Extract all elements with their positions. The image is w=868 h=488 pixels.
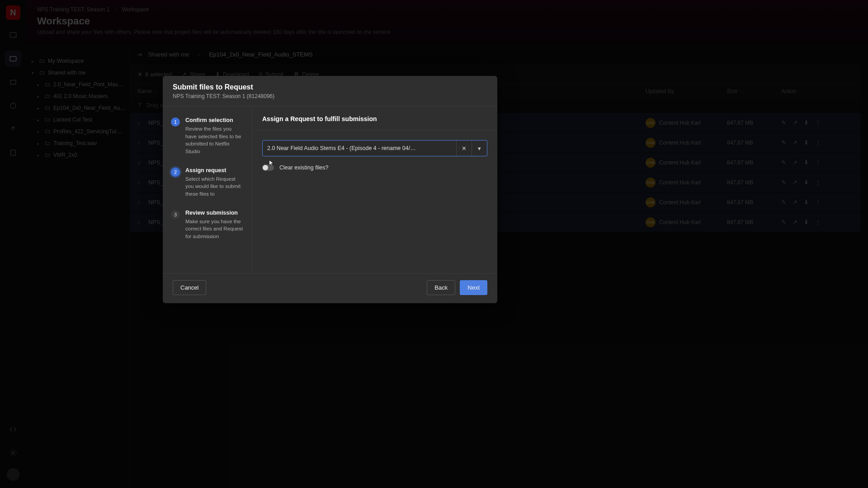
step-number: 1 [171,117,180,127]
modal-main: Assign a Request to fulfill submission 2… [252,106,497,273]
modal-section-title: Assign a Request to fulfill submission [252,106,497,130]
chevron-down-icon[interactable]: ▾ [472,141,487,156]
back-button[interactable]: Back [427,280,455,295]
cancel-button[interactable]: Cancel [173,280,206,295]
modal-steps: 1 Confirm selection Review the files you… [163,106,252,273]
clear-existing-label: Clear existing files? [279,164,328,171]
step-review-submission: 3 Review submission Make sure you have t… [171,210,244,240]
clear-icon[interactable]: ✕ [456,141,472,156]
step-desc: Select which Request you would like to s… [185,175,244,198]
step-number: 2 [171,168,180,177]
modal-title: Submit files to Request [173,83,487,91]
modal-footer: Cancel Back Next [163,273,497,303]
request-combobox[interactable]: 2.0 Near Field Audio Stems E4 - (Episode… [262,140,487,156]
step-confirm-selection: 1 Confirm selection Review the files you… [171,117,244,155]
request-combobox-value[interactable]: 2.0 Near Field Audio Stems E4 - (Episode… [263,141,456,156]
step-assign-request: 2 Assign request Select which Request yo… [171,167,244,198]
step-title: Confirm selection [185,117,244,123]
step-desc: Review the files you have selected files… [185,125,244,155]
step-title: Review submission [185,210,244,216]
step-desc: Make sure you have the correct files and… [185,218,244,240]
next-button[interactable]: Next [460,280,487,295]
modal-header: Submit files to Request NPS Training TES… [163,76,497,106]
step-title: Assign request [185,167,244,174]
step-number: 3 [171,210,180,219]
submit-files-modal: Submit files to Request NPS Training TES… [163,76,497,303]
modal-subtitle: NPS Training TEST: Season 1 (81248096) [173,93,487,99]
clear-existing-toggle[interactable] [262,164,274,171]
